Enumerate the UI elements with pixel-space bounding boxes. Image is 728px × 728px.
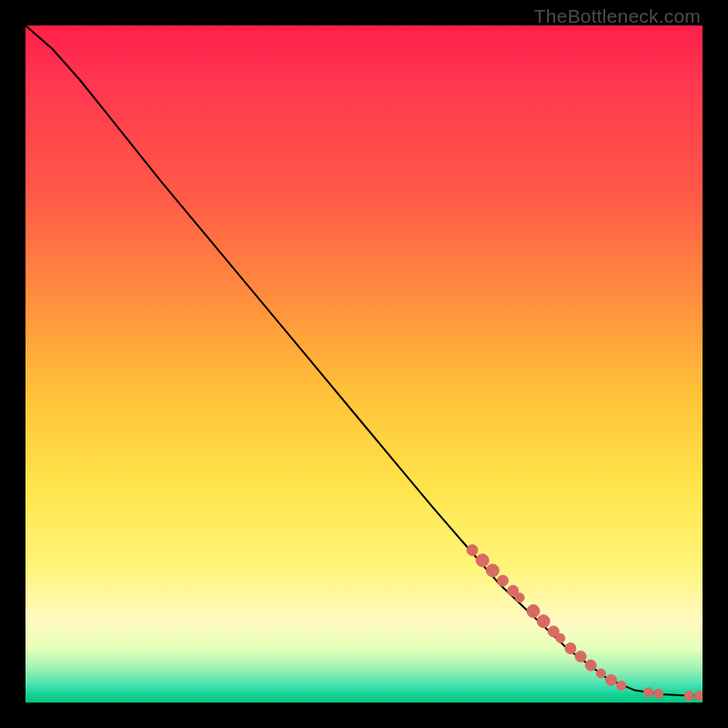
- data-point: [476, 554, 489, 567]
- data-point: [537, 615, 550, 628]
- scatter-points: [467, 545, 703, 701]
- data-point: [467, 545, 478, 556]
- chart-svg: [25, 25, 703, 703]
- data-point: [565, 643, 576, 654]
- data-point: [498, 575, 509, 586]
- watermark-text: TheBottleneck.com: [534, 5, 701, 27]
- data-point: [486, 564, 499, 577]
- data-point: [644, 688, 653, 697]
- chart-frame: TheBottleneck.com: [0, 0, 728, 728]
- data-point: [596, 669, 605, 678]
- plot-area: [25, 25, 703, 703]
- data-point: [556, 633, 565, 642]
- data-point: [606, 674, 617, 685]
- data-point: [585, 660, 596, 671]
- bottleneck-curve: [25, 25, 703, 696]
- data-point: [694, 692, 703, 701]
- data-point: [575, 651, 586, 662]
- data-point: [684, 692, 693, 701]
- data-point: [654, 689, 663, 698]
- data-point: [617, 681, 626, 690]
- data-point: [527, 605, 540, 618]
- data-point: [515, 593, 524, 602]
